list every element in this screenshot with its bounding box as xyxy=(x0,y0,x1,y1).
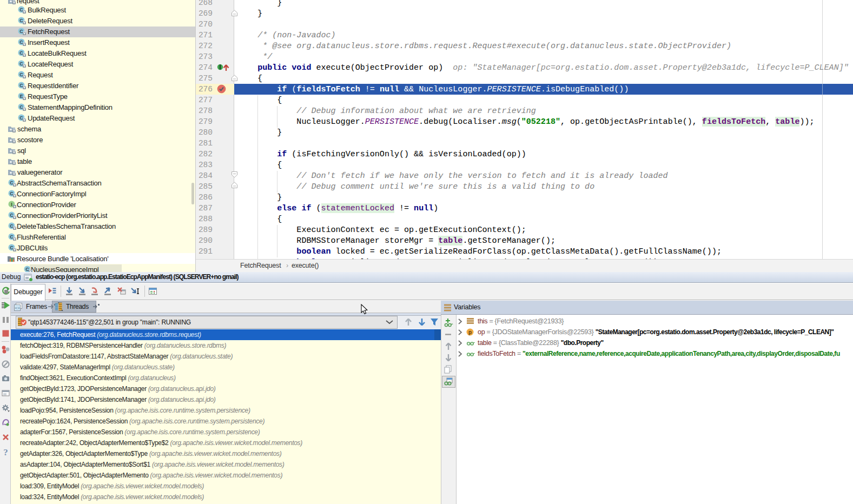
svg-text:<>: <> xyxy=(15,306,20,310)
svg-text:I: I xyxy=(11,202,12,207)
svg-text:p: p xyxy=(468,329,472,335)
svg-text:?: ? xyxy=(3,447,8,456)
svg-text:E: E xyxy=(19,94,23,99)
